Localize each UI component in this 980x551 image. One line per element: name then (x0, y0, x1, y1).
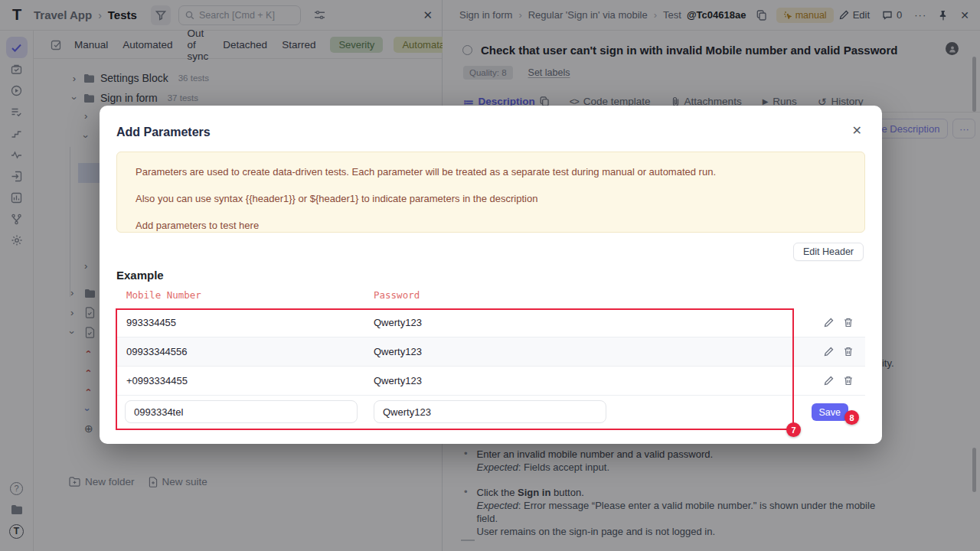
annotation-badge-7: 7 (786, 422, 801, 437)
info-line: Parameters are used to create data-drive… (136, 166, 846, 178)
new-parameter-row: Save (116, 396, 865, 428)
edit-header-button[interactable]: Edit Header (793, 243, 864, 261)
delete-row-icon[interactable] (844, 376, 853, 386)
edit-row-icon[interactable] (824, 347, 834, 357)
password-input[interactable] (374, 400, 606, 423)
edit-row-icon[interactable] (824, 318, 834, 328)
add-parameters-modal: Add Parameters ✕ Parameters are used to … (100, 106, 882, 444)
delete-row-icon[interactable] (844, 347, 853, 357)
info-line: Also you can use syntax {{header1}} or $… (136, 193, 846, 204)
cell-mobile: 09933344556 (126, 346, 374, 357)
info-line: Add parameters to test here (136, 220, 846, 231)
column-mobile-number: Mobile Number (116, 289, 201, 301)
modal-close-icon[interactable]: ✕ (852, 123, 862, 138)
delete-row-icon[interactable] (844, 318, 853, 328)
example-heading: Example (116, 269, 164, 282)
cell-password: Qwerty123 (374, 375, 824, 386)
info-banner: Parameters are used to create data-drive… (116, 152, 865, 233)
cell-mobile: 993334455 (126, 317, 374, 328)
cell-password: Qwerty123 (374, 317, 824, 328)
table-row[interactable]: 09933344556 Qwerty123 (116, 337, 865, 367)
cell-mobile: +0993334455 (126, 375, 374, 386)
edit-row-icon[interactable] (824, 376, 834, 386)
mobile-number-input[interactable] (125, 400, 358, 423)
parameter-columns: Mobile Number Password (116, 289, 652, 301)
parameter-table: 993334455 Qwerty123 09933344556 Qwerty12… (116, 308, 865, 428)
table-row[interactable]: 993334455 Qwerty123 (116, 308, 865, 337)
modal-title: Add Parameters (116, 126, 211, 139)
table-row[interactable]: +0993334455 Qwerty123 (116, 367, 865, 396)
cell-password: Qwerty123 (374, 346, 824, 357)
save-button[interactable]: Save (812, 403, 849, 421)
column-password: Password (374, 289, 420, 301)
annotation-badge-8: 8 (844, 410, 859, 425)
